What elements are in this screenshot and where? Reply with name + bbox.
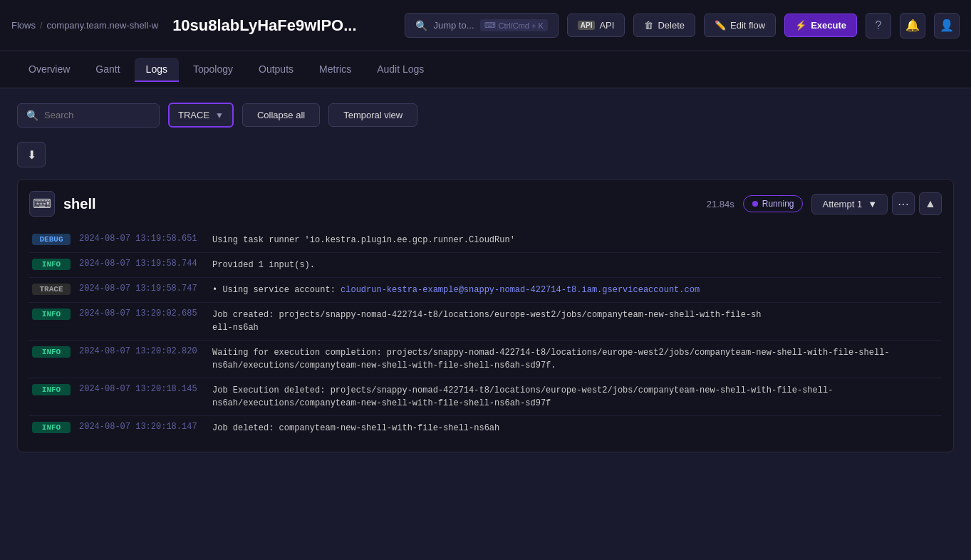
keyboard-shortcut: ⌨ Ctrl/Cmd + K	[480, 19, 548, 31]
tab-gantt[interactable]: Gantt	[84, 58, 131, 82]
log-message: Waiting for execution completion: projec…	[212, 346, 939, 372]
trace-level-value: TRACE	[178, 110, 209, 120]
log-timestamp: 2024-08-07 13:19:58.747	[79, 284, 204, 294]
notifications-button[interactable]: 🔔	[900, 13, 925, 38]
log-message: Using task runner 'io.kestra.plugin.ee.g…	[212, 234, 939, 247]
page-title: 10su8labLyHaFe9wIPO...	[172, 16, 356, 35]
task-name: shell	[63, 196, 707, 212]
search-icon: 🔍	[415, 20, 427, 31]
log-row: INFO 2024-08-07 13:20:18.145 Job Executi…	[29, 378, 942, 416]
api-icon: API	[578, 21, 596, 30]
edit-flow-button[interactable]: ✏️ Edit flow	[704, 14, 776, 37]
log-message: Provided 1 input(s).	[212, 259, 939, 271]
chevron-down-icon: ▼	[868, 199, 877, 209]
log-level-badge: INFO	[32, 259, 71, 270]
log-row: TRACE 2024-08-07 13:19:58.747 • Using se…	[29, 278, 942, 303]
log-timestamp: 2024-08-07 13:19:58.744	[79, 259, 204, 269]
log-rows: DEBUG 2024-08-07 13:19:58.651 Using task…	[29, 228, 942, 440]
status-dot	[752, 201, 758, 207]
log-row: INFO 2024-08-07 13:20:18.147 Job deleted…	[29, 416, 942, 440]
delete-button[interactable]: 🗑 Delete	[633, 14, 695, 37]
log-row: INFO 2024-08-07 13:20:02.685 Job created…	[29, 303, 942, 341]
chevron-up-icon: ▲	[925, 197, 936, 210]
log-message: Job created: projects/snappy-nomad-42271…	[212, 308, 939, 334]
log-timestamp: 2024-08-07 13:20:18.147	[79, 422, 204, 432]
log-level-badge: INFO	[32, 346, 71, 358]
temporal-view-button[interactable]: Temporal view	[328, 103, 417, 127]
jump-to-label: Jump to...	[433, 20, 474, 31]
collapse-log-button[interactable]: ▲	[919, 192, 942, 215]
log-row: INFO 2024-08-07 13:20:02.820 Waiting for…	[29, 341, 942, 378]
log-toolbar: 🔍 TRACE ▼ Collapse all Temporal view	[17, 103, 954, 128]
log-message: Job Execution deleted: projects/snappy-n…	[212, 384, 939, 410]
log-level-badge: DEBUG	[32, 234, 71, 245]
more-options-button[interactable]: ⋯	[892, 192, 915, 215]
log-level-badge: TRACE	[32, 284, 71, 295]
ellipsis-icon: ⋯	[898, 197, 909, 211]
bolt-icon: ⚡	[795, 20, 806, 31]
tab-logs[interactable]: Logs	[135, 58, 179, 82]
tab-audit-logs[interactable]: Audit Logs	[365, 58, 435, 82]
tab-metrics[interactable]: Metrics	[308, 58, 363, 82]
edit-icon: ✏️	[715, 20, 726, 31]
log-timestamp: 2024-08-07 13:19:58.651	[79, 234, 204, 244]
user-icon: 👤	[940, 19, 954, 32]
log-row: INFO 2024-08-07 13:19:58.744 Provided 1 …	[29, 253, 942, 278]
shell-task-icon: ⌨	[29, 191, 55, 217]
attempt-label: Attempt 1	[822, 199, 862, 209]
bell-icon: 🔔	[905, 19, 920, 32]
search-box: 🔍	[17, 103, 160, 128]
log-row: DEBUG 2024-08-07 13:19:58.651 Using task…	[29, 228, 942, 253]
top-header: Flows / company.team.new-shell-w 10su8la…	[0, 0, 971, 51]
collapse-all-button[interactable]: Collapse all	[242, 103, 320, 127]
help-button[interactable]: ?	[866, 13, 891, 38]
tab-topology[interactable]: Topology	[182, 58, 244, 82]
main-content: 🔍 TRACE ▼ Collapse all Temporal view ⬇ ⌨…	[0, 88, 971, 560]
service-account-link[interactable]: cloudrun-kestra-example@snappy-nomad-422…	[341, 285, 700, 295]
trace-level-select[interactable]: TRACE ▼	[168, 103, 234, 128]
log-timestamp: 2024-08-07 13:20:02.685	[79, 308, 204, 318]
log-timestamp: 2024-08-07 13:20:02.820	[79, 346, 204, 356]
api-button[interactable]: API API	[567, 14, 625, 37]
status-label: Running	[762, 199, 794, 209]
log-level-badge: INFO	[32, 308, 71, 320]
breadcrumb: Flows / company.team.new-shell-w	[11, 20, 158, 31]
user-menu-button[interactable]: 👤	[934, 13, 960, 38]
attempt-selector[interactable]: Attempt 1 ▼	[811, 194, 888, 214]
tab-overview[interactable]: Overview	[17, 58, 81, 82]
log-message: • Using service account: cloudrun-kestra…	[212, 284, 939, 296]
download-toolbar: ⬇	[17, 139, 954, 167]
trash-icon: 🗑	[644, 20, 653, 31]
breadcrumb-flows[interactable]: Flows	[11, 20, 36, 31]
log-level-badge: INFO	[32, 384, 71, 395]
jump-to-button[interactable]: 🔍 Jump to... ⌨ Ctrl/Cmd + K	[405, 13, 558, 38]
help-icon: ?	[876, 19, 882, 32]
search-input[interactable]	[44, 110, 144, 120]
status-badge: Running	[743, 195, 804, 212]
log-card: ⌨ shell 21.84s Running Attempt 1 ▼ ⋯ ▲ D…	[17, 179, 954, 452]
tabs-bar: Overview Gantt Logs Topology Outputs Met…	[0, 51, 971, 88]
log-level-badge: INFO	[32, 422, 71, 433]
tab-outputs[interactable]: Outputs	[247, 58, 305, 82]
breadcrumb-separator: /	[40, 20, 43, 31]
log-card-header: ⌨ shell 21.84s Running Attempt 1 ▼ ⋯ ▲	[29, 191, 942, 217]
execute-button[interactable]: ⚡ Execute	[784, 14, 857, 37]
breadcrumb-flow-name[interactable]: company.team.new-shell-w	[47, 20, 159, 31]
duration-badge: 21.84s	[707, 199, 734, 209]
log-message: Job deleted: companyteam-new-shell-with-…	[212, 422, 939, 435]
download-icon: ⬇	[27, 148, 36, 162]
download-button[interactable]: ⬇	[17, 142, 46, 167]
search-icon: 🔍	[26, 110, 38, 121]
shortcut-icon: ⌨	[484, 21, 496, 30]
chevron-down-icon: ▼	[215, 110, 224, 120]
log-timestamp: 2024-08-07 13:20:18.145	[79, 384, 204, 394]
